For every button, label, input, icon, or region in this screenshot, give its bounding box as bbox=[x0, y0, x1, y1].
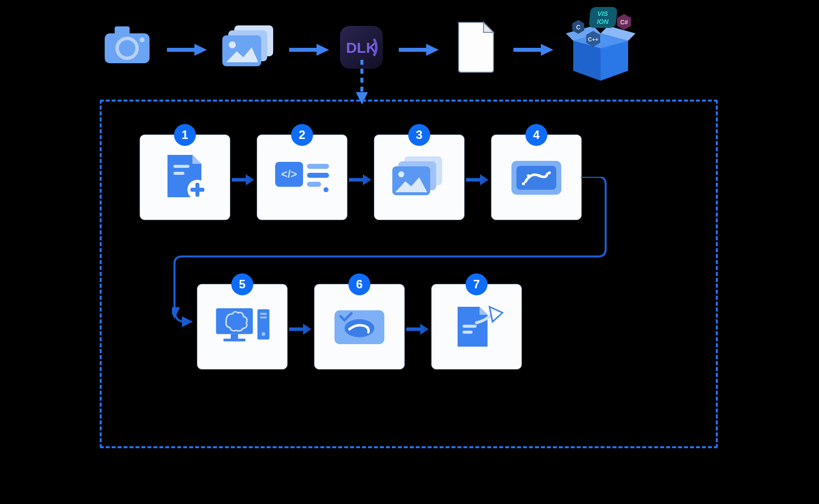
step-badge: 3 bbox=[408, 124, 430, 146]
step-number: 6 bbox=[356, 277, 362, 291]
step-card-5: 5 bbox=[197, 284, 288, 370]
pipeline-row: DLK bbox=[0, 10, 819, 85]
svg-text:ION: ION bbox=[597, 18, 609, 25]
step-card-3: 3 bbox=[374, 134, 465, 220]
svg-rect-29 bbox=[190, 188, 204, 192]
image-stack-icon bbox=[389, 152, 449, 202]
step-card-2: 2 </> bbox=[257, 134, 347, 220]
step-number: 5 bbox=[239, 277, 245, 291]
svg-rect-67 bbox=[463, 325, 477, 328]
svg-rect-34 bbox=[307, 164, 329, 169]
tag-c: C bbox=[576, 24, 581, 31]
step-card-4: 4 bbox=[491, 134, 582, 220]
step-badge: 7 bbox=[466, 273, 488, 295]
svg-point-50 bbox=[538, 174, 541, 177]
svg-point-37 bbox=[324, 187, 328, 192]
svg-rect-56 bbox=[223, 339, 245, 342]
svg-rect-55 bbox=[231, 334, 238, 339]
step-card-6: 6 bbox=[314, 284, 405, 370]
image-stack-icon bbox=[219, 22, 279, 74]
svg-point-48 bbox=[522, 182, 525, 185]
arrow-icon bbox=[289, 44, 329, 54]
camera-icon bbox=[102, 22, 152, 69]
svg-marker-14 bbox=[426, 44, 439, 56]
svg-rect-68 bbox=[463, 331, 473, 334]
svg-rect-47 bbox=[516, 166, 556, 190]
svg-marker-16 bbox=[541, 44, 553, 56]
step-badge: 4 bbox=[525, 124, 547, 146]
svg-marker-45 bbox=[480, 174, 489, 185]
svg-point-3 bbox=[140, 37, 145, 42]
svg-marker-66 bbox=[420, 324, 429, 335]
svg-text:VIS: VIS bbox=[598, 10, 608, 17]
svg-rect-58 bbox=[260, 313, 267, 315]
arrow-icon bbox=[289, 324, 312, 334]
svg-rect-25 bbox=[173, 165, 189, 168]
svg-rect-59 bbox=[260, 317, 267, 319]
step-badge: 6 bbox=[348, 273, 370, 295]
svg-rect-35 bbox=[307, 173, 329, 178]
step-number: 1 bbox=[181, 128, 188, 142]
svg-point-43 bbox=[398, 171, 404, 177]
arrow-icon bbox=[399, 44, 439, 54]
step-number: 2 bbox=[299, 128, 305, 142]
tag-csharp: C# bbox=[620, 19, 628, 26]
document-icon bbox=[454, 20, 498, 77]
svg-rect-1 bbox=[115, 26, 130, 35]
step-number: 4 bbox=[533, 128, 539, 142]
step-number: 7 bbox=[473, 277, 480, 291]
svg-text:</>: </> bbox=[281, 168, 297, 180]
diagram-root: DLK bbox=[0, 0, 819, 504]
svg-marker-62 bbox=[303, 324, 312, 335]
arrow-icon bbox=[349, 174, 371, 184]
step-card-7: 7 bbox=[431, 284, 522, 370]
step-badge: 2 bbox=[291, 124, 313, 146]
svg-marker-39 bbox=[363, 174, 371, 185]
new-file-plus-icon bbox=[155, 152, 215, 202]
arrow-icon bbox=[232, 174, 254, 184]
svg-marker-5 bbox=[194, 44, 207, 56]
code-settings-icon: </> bbox=[272, 152, 332, 202]
svg-point-60 bbox=[262, 332, 265, 336]
vision-box-icon: C C++ C# VIS ION bbox=[563, 6, 638, 88]
arrow-icon bbox=[513, 44, 553, 54]
svg-point-51 bbox=[548, 171, 551, 174]
arrow-icon bbox=[466, 174, 489, 184]
arrow-icon bbox=[167, 44, 207, 54]
dlk-label: DLK bbox=[346, 39, 377, 56]
svg-point-9 bbox=[229, 41, 236, 48]
svg-rect-26 bbox=[173, 172, 184, 175]
validate-image-icon bbox=[329, 302, 389, 352]
arrow-icon bbox=[406, 324, 429, 334]
svg-marker-31 bbox=[246, 174, 254, 185]
step-badge: 5 bbox=[231, 273, 253, 295]
svg-marker-69 bbox=[490, 307, 502, 322]
svg-marker-11 bbox=[317, 44, 329, 56]
export-file-icon bbox=[447, 302, 506, 352]
annotate-image-icon bbox=[506, 152, 566, 202]
step-badge: 1 bbox=[174, 124, 196, 146]
svg-point-49 bbox=[527, 174, 530, 177]
step-card-1: 1 bbox=[140, 134, 230, 220]
svg-rect-36 bbox=[307, 182, 321, 187]
step-number: 3 bbox=[416, 128, 422, 142]
train-computer-icon bbox=[212, 302, 272, 352]
tag-cpp: C++ bbox=[588, 36, 599, 42]
